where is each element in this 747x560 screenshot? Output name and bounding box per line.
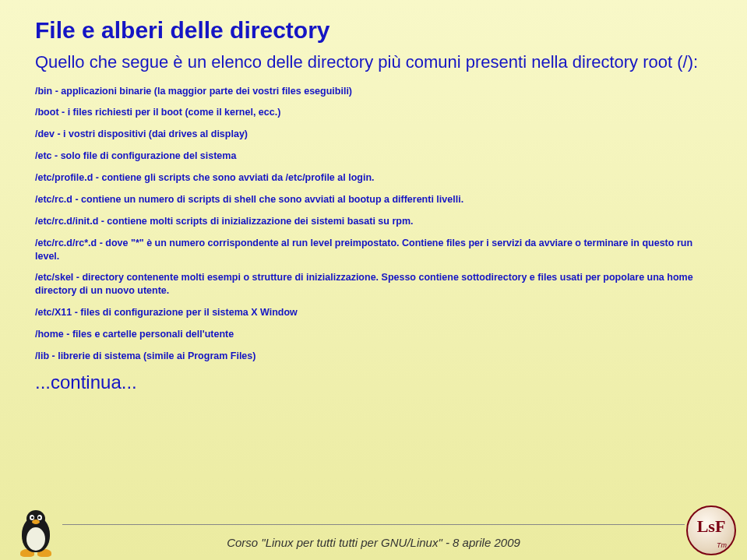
list-item: /etc/rc.d/rc*.d - dove "*" è un numero c… [35,237,712,263]
slide-intro: Quello che segue è un elenco delle direc… [35,51,712,74]
list-item: /etc/rc.d/init.d - contiene molti script… [35,215,712,228]
footer-divider [62,524,685,525]
list-item: /boot - i files richiesti per il boot (c… [35,106,712,119]
list-item: /bin - applicazioni binarie (la maggior … [35,85,712,98]
list-item: /lib - librerie di sistema (simile ai Pr… [35,350,712,363]
list-item: /etc - solo file di configurazione del s… [35,150,712,163]
tux-beak [32,519,40,524]
tux-pupil [38,516,41,519]
footer-quoted: "Linux per tutti tutti per GNU/Linux" [261,536,442,549]
footer: Corso "Linux per tutti tutti per GNU/Lin… [0,524,747,560]
footer-prefix: Corso [227,536,261,549]
list-item: /etc/X11 - files di configurazione per i… [35,306,712,319]
footer-suffix: - 8 aprile 2009 [442,536,520,549]
tux-belly [26,527,45,551]
list-item: /home - files e cartelle personali dell'… [35,328,712,341]
list-item: /etc/rc.d - contiene un numero di script… [35,193,712,206]
footer-text: Corso "Linux per tutti tutti per GNU/Lin… [227,536,520,549]
logo-letters: LsF [688,518,735,535]
lsf-logo-icon: LsF Tm [686,505,736,555]
logo-tm: Tm [717,541,727,549]
slide-content: File e alberi delle directory Quello che… [0,0,747,393]
logo-circle: LsF Tm [686,505,736,555]
tux-pupil [31,516,33,519]
slide-title: File e alberi delle directory [35,17,712,44]
list-item: /etc/profile.d - contiene gli scripts ch… [35,171,712,185]
list-item: /etc/skel - directory contenente molti e… [35,271,712,298]
continua-text: ...continua... [35,372,712,393]
list-item: /dev - i vostri dispositivi (dai drives … [35,128,712,141]
tux-icon [14,507,58,557]
